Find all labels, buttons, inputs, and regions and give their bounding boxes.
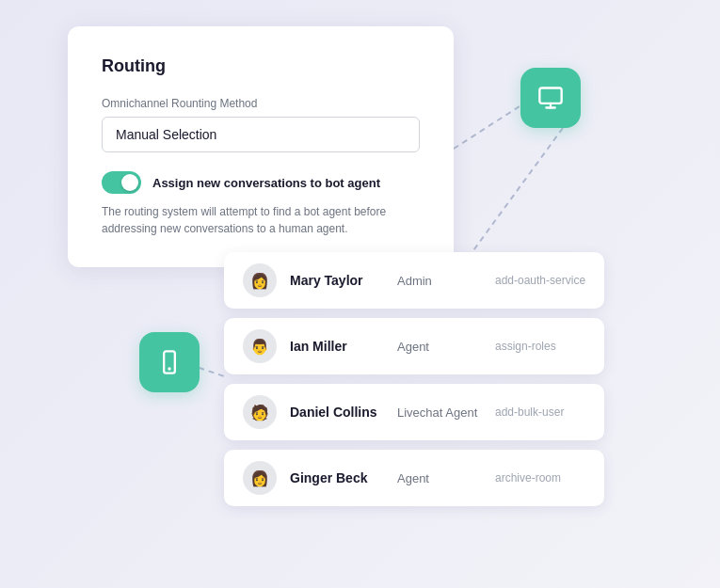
user-name-ian: Ian Miller: [290, 339, 384, 354]
phone-bubble: [139, 332, 200, 392]
user-role-daniel: Livechat Agent: [397, 405, 482, 420]
user-cards-area: 👩 Mary Taylor Admin add-oauth-service 👨 …: [224, 252, 604, 506]
user-tag-mary: add-oauth-service: [495, 274, 585, 287]
user-role-ian: Agent: [397, 340, 482, 354]
avatar-ian: 👨: [243, 329, 277, 363]
user-card-ginger: 👩 Ginger Beck Agent archive-room: [224, 450, 604, 506]
user-card-ian: 👨 Ian Miller Agent assign-roles: [224, 318, 604, 374]
user-role-mary: Admin: [397, 274, 482, 288]
svg-line-1: [461, 128, 563, 267]
avatar-mary: 👩: [243, 263, 277, 297]
monitor-bubble: [520, 68, 581, 128]
user-name-daniel: Daniel Collins: [290, 405, 384, 420]
user-card-mary: 👩 Mary Taylor Admin add-oauth-service: [224, 252, 604, 309]
routing-title: Routing: [102, 56, 420, 76]
user-tag-daniel: add-bulk-user: [495, 405, 564, 419]
user-role-ginger: Agent: [397, 471, 482, 485]
toggle-row: Assign new conversations to bot agent: [102, 171, 420, 194]
user-name-ginger: Ginger Beck: [290, 470, 384, 485]
toggle-label: Assign new conversations to bot agent: [152, 176, 380, 190]
svg-rect-3: [539, 88, 561, 103]
routing-method-select[interactable]: Manual Selection: [102, 117, 420, 152]
avatar-daniel: 🧑: [243, 395, 277, 429]
monitor-icon: [537, 85, 564, 111]
user-tag-ian: assign-roles: [495, 340, 556, 353]
user-card-daniel: 🧑 Daniel Collins Livechat Agent add-bulk…: [224, 384, 604, 440]
routing-card: Routing Omnichannel Rounting Method Manu…: [68, 26, 454, 267]
phone-icon: [156, 349, 183, 375]
helper-text: The routing system will attempt to find …: [102, 203, 403, 237]
scene: Routing Omnichannel Rounting Method Manu…: [0, 0, 720, 588]
avatar-ginger: 👩: [243, 461, 277, 495]
user-name-mary: Mary Taylor: [290, 273, 384, 288]
user-tag-ginger: archive-room: [495, 471, 561, 485]
bot-agent-toggle[interactable]: [102, 171, 141, 194]
field-label: Omnichannel Rounting Method: [102, 97, 420, 110]
